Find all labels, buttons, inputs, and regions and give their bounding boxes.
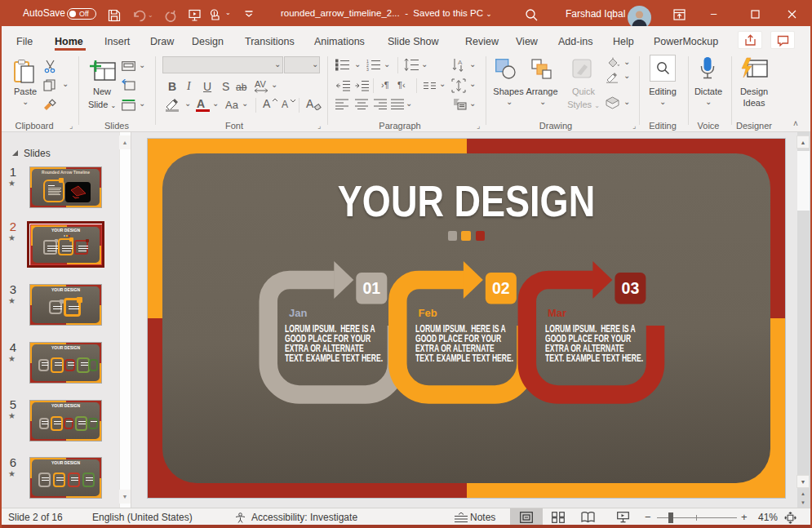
svg-text:03: 03 <box>622 279 640 297</box>
svg-text:01: 01 <box>362 279 380 297</box>
svg-text:3: 3 <box>366 67 369 71</box>
svg-text:A: A <box>458 59 463 66</box>
svg-text:02: 02 <box>492 279 510 297</box>
